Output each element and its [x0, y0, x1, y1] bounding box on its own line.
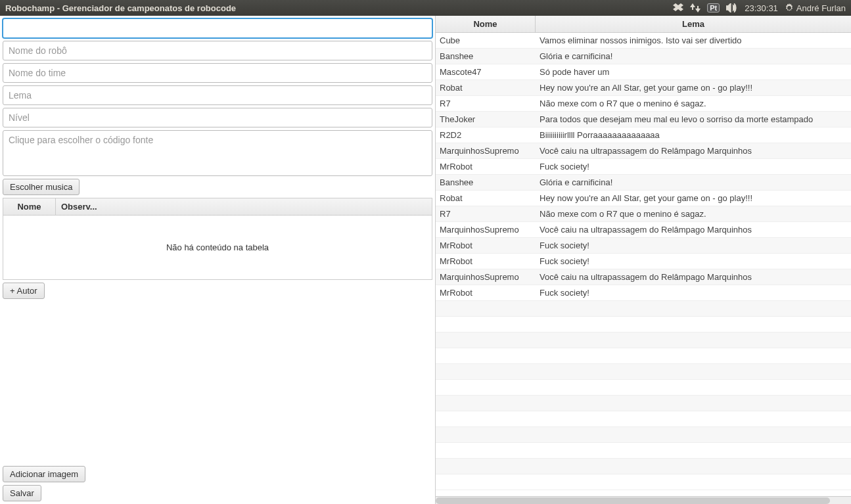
gear-icon — [785, 3, 794, 12]
table-row[interactable]: BansheeGlória e carnificina! — [436, 175, 851, 191]
cell-name: MrRobot — [436, 160, 536, 173]
table-row[interactable]: MrRobotFuck society! — [436, 238, 851, 254]
robots-table-body[interactable]: CubeVamos eliminar nossos inimigos. Isto… — [436, 33, 851, 496]
cell-name: R7 — [436, 97, 536, 110]
horizontal-scrollbar[interactable] — [436, 496, 851, 504]
authors-col-obs[interactable]: Observ... — [56, 198, 432, 215]
cell-motto: Para todos que desejam meu mal eu levo o… — [536, 112, 851, 126]
table-row[interactable]: RobatHey now you're an All Star, get you… — [436, 80, 851, 96]
table-row[interactable]: R2D2Biiiiiiiiiirllll Porraaaaaaaaaaaaaa — [436, 127, 851, 143]
table-row-empty — [436, 459, 851, 474]
robots-col-motto[interactable]: Lema — [536, 16, 851, 32]
table-row-empty — [436, 380, 851, 396]
network-icon[interactable] — [690, 3, 701, 12]
cell-motto: Fuck society! — [536, 254, 851, 268]
table-row[interactable]: MrRobotFuck society! — [436, 254, 851, 269]
table-row[interactable]: MrRobotFuck society! — [436, 159, 851, 175]
robots-table: Nome Lema CubeVamos eliminar nossos inim… — [436, 16, 851, 496]
cell-name: Cube — [436, 34, 536, 47]
table-row-empty — [436, 396, 851, 411]
cell-motto: Glória e carnificina! — [536, 49, 851, 63]
robots-panel: Nome Lema CubeVamos eliminar nossos inim… — [435, 16, 851, 504]
cell-name: MrRobot — [436, 239, 536, 252]
table-row[interactable]: TheJokerPara todos que desejam meu mal e… — [436, 112, 851, 127]
table-row[interactable]: MarquinhosSupremoVocê caiu na ultrapassa… — [436, 143, 851, 159]
window-title: Robochamp - Gerenciador de campeonatos d… — [5, 3, 673, 13]
cell-name: Robat — [436, 81, 536, 95]
choose-music-button[interactable]: Escolher musica — [3, 179, 80, 195]
cell-motto: Só pode haver um — [536, 65, 851, 79]
table-row-empty — [436, 443, 851, 459]
cell-name: TheJoker — [436, 112, 536, 126]
dropbox-icon[interactable] — [673, 3, 683, 12]
cell-motto: Você caiu na ultrapassagem do Relâmpago … — [536, 270, 851, 284]
clock[interactable]: 23:30:31 — [745, 3, 778, 13]
level-input[interactable] — [3, 108, 432, 127]
robot-name-input[interactable] — [3, 41, 432, 60]
cell-motto: Não mexe com o R7 que o menino é sagaz. — [536, 97, 851, 110]
add-image-button[interactable]: Adicionar imagem — [3, 466, 85, 482]
table-row-empty — [436, 348, 851, 364]
table-row[interactable]: MarquinhosSupremoVocê caiu na ultrapassa… — [436, 222, 851, 238]
cell-name: Robat — [436, 191, 536, 205]
cell-motto: Não mexe com o R7 que o menino é sagaz. — [536, 207, 851, 221]
table-row-empty — [436, 332, 851, 348]
table-row-empty — [436, 317, 851, 332]
motto-input[interactable] — [3, 85, 432, 105]
authors-col-name[interactable]: Nome — [3, 198, 56, 215]
authors-empty-message: Não há conteúdo na tabela — [3, 216, 432, 279]
table-row[interactable]: CubeVamos eliminar nossos inimigos. Isto… — [436, 33, 851, 49]
menubar: Robochamp - Gerenciador de campeonatos d… — [0, 0, 851, 16]
keyboard-layout-indicator[interactable]: Pt — [707, 3, 720, 12]
robots-col-name[interactable]: Nome — [436, 16, 536, 32]
table-row[interactable]: BansheeGlória e carnificina! — [436, 49, 851, 64]
save-button[interactable]: Salvar — [3, 485, 41, 501]
cell-motto: Hey now you're an All Star, get your gam… — [536, 81, 851, 95]
cell-motto: Biiiiiiiiiirllll Porraaaaaaaaaaaaaa — [536, 128, 851, 142]
cell-name: Banshee — [436, 175, 536, 189]
scrollbar-thumb[interactable] — [436, 497, 830, 504]
source-code-input[interactable] — [3, 130, 432, 176]
table-row[interactable]: RobatHey now you're an All Star, get you… — [436, 191, 851, 206]
table-row[interactable]: MarquinhosSupremoVocê caiu na ultrapassa… — [436, 269, 851, 285]
user-name: André Furlan — [796, 3, 846, 13]
table-row-empty — [436, 411, 851, 427]
table-row[interactable]: MrRobotFuck society! — [436, 285, 851, 301]
user-menu[interactable]: André Furlan — [785, 3, 846, 13]
table-row-empty — [436, 427, 851, 443]
table-row-empty — [436, 301, 851, 317]
system-tray: Pt 23:30:31 André Furlan — [673, 3, 846, 13]
table-row[interactable]: R7Não mexe com o R7 que o menino é sagaz… — [436, 206, 851, 222]
cell-name: MrRobot — [436, 254, 536, 268]
cell-motto: Hey now you're an All Star, get your gam… — [536, 191, 851, 205]
cell-name: Mascote47 — [436, 65, 536, 79]
cell-motto: Fuck society! — [536, 239, 851, 252]
table-row-empty — [436, 364, 851, 380]
team-name-input[interactable] — [3, 63, 432, 83]
cell-motto: Você caiu na ultrapassagem do Relâmpago … — [536, 223, 851, 237]
volume-icon[interactable] — [726, 3, 738, 12]
cell-name: MarquinhosSupremo — [436, 223, 536, 237]
cell-name: MrRobot — [436, 286, 536, 300]
table-row[interactable]: Mascote47Só pode haver um — [436, 64, 851, 80]
table-row-empty — [436, 474, 851, 490]
cell-motto: Fuck society! — [536, 160, 851, 173]
cell-name: MarquinhosSupremo — [436, 144, 536, 158]
cell-motto: Glória e carnificina! — [536, 175, 851, 189]
cell-name: Banshee — [436, 49, 536, 63]
cell-motto: Fuck society! — [536, 286, 851, 300]
table-row[interactable]: R7Não mexe com o R7 que o menino é sagaz… — [436, 96, 851, 112]
cell-name: MarquinhosSupremo — [436, 270, 536, 284]
cell-name: R2D2 — [436, 128, 536, 142]
field-0-input[interactable] — [3, 18, 432, 38]
cell-motto: Você caiu na ultrapassagem do Relâmpago … — [536, 144, 851, 158]
cell-motto: Vamos eliminar nossos inimigos. Isto vai… — [536, 34, 851, 47]
add-author-button[interactable]: + Autor — [3, 283, 45, 299]
authors-table: Nome Observ... Não há conteúdo na tabela — [3, 198, 432, 280]
cell-name: R7 — [436, 207, 536, 221]
form-panel: Escolher musica Nome Observ... Não há co… — [0, 16, 435, 504]
